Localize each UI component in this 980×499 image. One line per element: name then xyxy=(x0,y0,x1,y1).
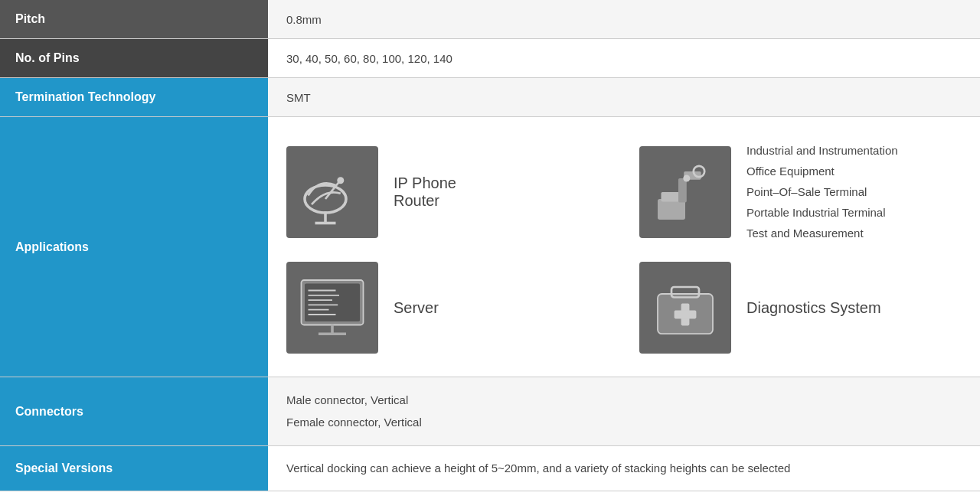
pins-value: 30, 40, 50, 60, 80, 100, 120, 140 xyxy=(268,39,980,78)
applications-row: Applications xyxy=(0,117,980,377)
svg-rect-7 xyxy=(678,178,687,203)
industrial-icon xyxy=(639,146,731,238)
connectors-value: Male connector, Vertical Female connecto… xyxy=(268,377,980,446)
termination-label: Termination Technology xyxy=(0,78,268,117)
pitch-value: 0.8mm xyxy=(268,0,980,39)
server-label: Server xyxy=(394,299,439,317)
special-row: Special Versions Vertical docking can ac… xyxy=(0,446,980,491)
pins-row: No. of Pins 30, 40, 50, 60, 80, 100, 120… xyxy=(0,39,980,78)
termination-row: Termination Technology SMT xyxy=(0,78,980,117)
iphone-label: IP PhoneRouter xyxy=(394,174,456,210)
connector-line1: Male connector, Vertical xyxy=(286,393,408,406)
app-item-diagnostics: Diagnostics System xyxy=(639,262,962,354)
satellite-dish-icon xyxy=(286,146,378,238)
svg-rect-24 xyxy=(675,311,697,319)
connectors-row: Connectors Male connector, Vertical Fema… xyxy=(0,377,980,446)
pitch-row: Pitch 0.8mm xyxy=(0,0,980,39)
svg-rect-12 xyxy=(305,284,360,322)
svg-point-2 xyxy=(337,177,344,184)
special-value: Vertical docking can achieve a height of… xyxy=(268,446,980,491)
termination-value: SMT xyxy=(268,78,980,117)
apps-grid: IP PhoneRouter xyxy=(286,140,962,354)
app-item-server: Server xyxy=(286,262,609,354)
connectors-label: Connectors xyxy=(0,377,268,446)
industrial-list: Industrial and Instrumentation Office Eq… xyxy=(746,140,898,243)
applications-value: IP PhoneRouter xyxy=(268,117,980,377)
app-item-industrial: Industrial and Instrumentation Office Eq… xyxy=(639,140,962,243)
special-label: Special Versions xyxy=(0,446,268,491)
svg-point-10 xyxy=(683,174,690,181)
pitch-label: Pitch xyxy=(0,0,268,39)
diagnostics-icon xyxy=(639,262,731,354)
pins-label: No. of Pins xyxy=(0,39,268,78)
connector-line2: Female connector, Vertical xyxy=(286,416,422,429)
applications-label: Applications xyxy=(0,117,268,377)
server-monitor-icon xyxy=(286,262,378,354)
diagnostics-label: Diagnostics System xyxy=(746,299,881,317)
app-item-iphone: IP PhoneRouter xyxy=(286,140,609,243)
